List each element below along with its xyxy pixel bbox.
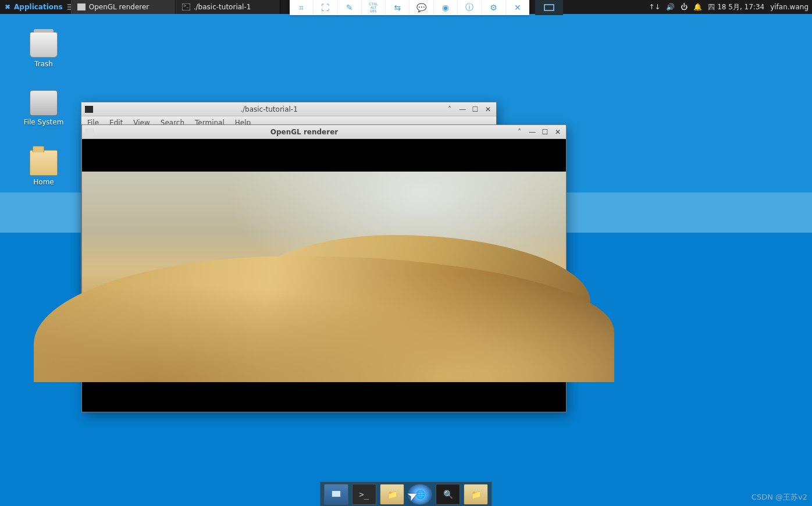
dock-file-manager[interactable]: 📁	[380, 484, 404, 505]
dock: >_ 📁 🌐 🔍 📁	[320, 482, 492, 506]
dock-show-desktop[interactable]	[324, 484, 348, 505]
vnc-ctrl-alt-del-icon[interactable]: CTRLALTDEL	[362, 0, 386, 15]
terminal-icon	[182, 3, 190, 10]
power-icon[interactable]: ⏻	[681, 3, 688, 11]
window-icon	[77, 3, 86, 10]
vnc-fullscreen-icon[interactable]: ⛶	[314, 0, 337, 15]
vnc-drag-icon[interactable]: ⌗	[290, 0, 314, 15]
drive-icon	[30, 90, 58, 116]
watermark: CSDN @王苏v2	[752, 492, 807, 503]
opengl-titlebar[interactable]: OpenGL renderer ˄ — ☐ ✕	[82, 125, 566, 139]
vnc-record-icon[interactable]: ◉	[434, 0, 458, 15]
opengl-title: OpenGL renderer	[97, 128, 511, 136]
vnc-chat-icon[interactable]: 💬	[409, 0, 433, 15]
dock-web-browser[interactable]: 🌐	[408, 484, 432, 505]
xfce-logo-icon: ✖	[5, 3, 10, 11]
terminal-icon: >_	[359, 490, 369, 499]
vnc-display-toggle[interactable]	[535, 0, 563, 15]
terminal-window-icon	[85, 106, 93, 113]
folder-icon: 📁	[387, 490, 397, 499]
applications-label: Applications	[14, 3, 63, 11]
opengl-maximize-button[interactable]: ☐	[540, 127, 550, 137]
network-icon[interactable]: ↑↓	[649, 3, 660, 11]
terminal-title: ./basic-tutorial-1	[97, 105, 441, 113]
desktop-icon	[331, 489, 341, 500]
vnc-clipboard-icon[interactable]: ⇆	[386, 0, 409, 15]
video-frame	[82, 172, 566, 382]
trash-icon	[30, 32, 58, 58]
vnc-edit-icon[interactable]: ✎	[338, 0, 362, 15]
vnc-close-icon[interactable]: ✕	[506, 0, 529, 15]
vnc-info-icon[interactable]: ⓘ	[458, 0, 482, 15]
terminal-rollup-button[interactable]: ˄	[445, 105, 454, 114]
opengl-window[interactable]: OpenGL renderer ˄ — ☐ ✕	[81, 124, 567, 412]
panel-right: ↑↓ 🔊 ⏻ 🔔 四 18 5月, 17:34 yifan.wang	[649, 0, 812, 14]
clock[interactable]: 四 18 5月, 17:34	[708, 2, 764, 12]
taskbar-item-opengl[interactable]: OpenGL renderer	[71, 0, 176, 14]
desktop-icon-label: Trash	[17, 60, 70, 68]
dock-file-manager-2[interactable]: 📁	[464, 484, 488, 505]
opengl-window-icon	[86, 129, 94, 136]
opengl-minimize-button[interactable]: —	[528, 127, 537, 137]
dock-terminal[interactable]: >_	[352, 484, 376, 505]
opengl-video-area	[82, 139, 566, 412]
opengl-rollup-button[interactable]: ˄	[515, 127, 524, 137]
vnc-settings-icon[interactable]: ⚙	[482, 0, 505, 15]
desktop-icon-label: Home	[17, 178, 70, 186]
notification-icon[interactable]: 🔔	[693, 3, 702, 11]
vnc-toolbar: ⌗ ⛶ ✎ CTRLALTDEL ⇆ 💬 ◉ ⓘ ⚙ ✕	[290, 0, 529, 15]
terminal-close-button[interactable]: ✕	[483, 105, 493, 114]
panel-left: ✖ Applications OpenGL renderer ./basic-t…	[0, 0, 280, 14]
user-menu[interactable]: yifan.wang	[770, 3, 809, 11]
volume-icon[interactable]: 🔊	[666, 3, 675, 11]
globe-icon: 🌐	[415, 490, 425, 499]
taskbar-item-label: ./basic-tutorial-1	[194, 3, 251, 11]
opengl-close-button[interactable]: ✕	[553, 127, 562, 137]
taskbar-item-label: OpenGL renderer	[89, 3, 149, 11]
terminal-maximize-button[interactable]: ☐	[471, 105, 480, 114]
applications-menu[interactable]: ✖ Applications	[0, 0, 67, 14]
desktop-icon-filesystem[interactable]: File System	[17, 90, 70, 126]
dock-search[interactable]: 🔍	[436, 484, 460, 505]
desktop-icon-label: File System	[17, 118, 70, 126]
desktop-icon-home[interactable]: Home	[17, 150, 70, 186]
monitor-icon	[544, 4, 554, 11]
folder-icon: 📁	[471, 490, 481, 499]
magnifier-icon: 🔍	[443, 490, 453, 499]
terminal-minimize-button[interactable]: —	[458, 105, 467, 114]
desktop-icon-trash[interactable]: Trash	[17, 32, 70, 68]
taskbar-item-terminal[interactable]: ./basic-tutorial-1	[176, 0, 280, 14]
svg-rect-0	[332, 491, 340, 497]
folder-home-icon	[30, 150, 58, 176]
terminal-titlebar[interactable]: ./basic-tutorial-1 ˄ — ☐ ✕	[81, 102, 496, 116]
